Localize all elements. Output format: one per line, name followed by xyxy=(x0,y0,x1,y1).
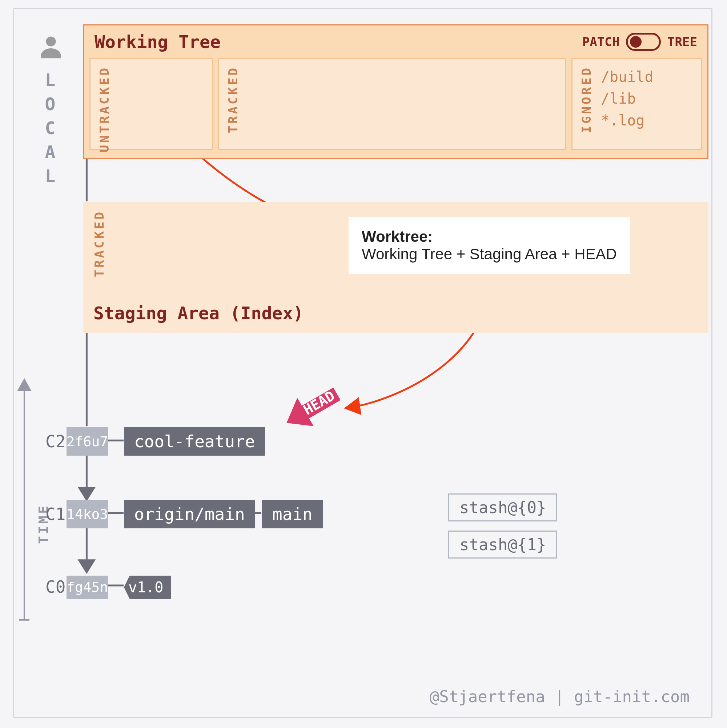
untracked-column: UNTRACKED xyxy=(89,58,213,150)
attribution: @Stjaertfena | git-init.com xyxy=(430,687,690,706)
staging-title: Staging Area (Index) xyxy=(93,303,304,323)
working-tree-header: Working Tree PATCH TREE xyxy=(84,26,707,58)
stash-entry[interactable]: stash@{0} xyxy=(448,494,557,522)
toggle-label-right: TREE xyxy=(667,35,697,49)
tag-ref[interactable]: v1.0 xyxy=(124,576,171,599)
untracked-label: UNTRACKED xyxy=(97,66,111,152)
staging-tracked-label: TRACKED xyxy=(92,210,107,277)
local-badge: L O C A L xyxy=(39,35,63,186)
ignored-column: IGNORED /build /lib *.log xyxy=(571,58,702,150)
tracked-label: TRACKED xyxy=(226,66,240,133)
ignored-item: /build xyxy=(601,66,654,88)
local-letters: L O C A L xyxy=(45,70,57,186)
ignored-item: *.log xyxy=(601,109,654,131)
commit-hash: 2f6u7 xyxy=(67,427,108,456)
tooltip-heading: Worktree: xyxy=(362,228,432,245)
commit-hash: fg45n xyxy=(67,576,108,599)
toggle-track[interactable] xyxy=(626,33,661,51)
branch-ref[interactable]: cool-feature xyxy=(124,427,265,456)
commit-label: C2 xyxy=(46,431,66,451)
tooltip-body: Working Tree + Staging Area + HEAD xyxy=(362,245,617,263)
commit-label: C1 xyxy=(46,505,66,524)
ignored-item: /lib xyxy=(601,88,654,109)
working-tree-panel: Working Tree PATCH TREE UNTRACKED TRACKE… xyxy=(83,24,709,159)
patch-tree-toggle[interactable]: PATCH TREE xyxy=(582,33,697,51)
branch-ref[interactable]: origin/main xyxy=(124,500,255,528)
diagram-canvas: L O C A L Working Tree PATCH TREE UNTRAC… xyxy=(13,8,712,718)
commit-label: C0 xyxy=(46,577,66,597)
working-tree-title: Working Tree xyxy=(95,32,221,52)
toggle-knob xyxy=(630,36,641,47)
worktree-tooltip: Worktree: Working Tree + Staging Area + … xyxy=(348,217,630,274)
commit-hash: 14ko3 xyxy=(67,500,108,528)
user-icon xyxy=(39,35,63,66)
head-pointer: HEAD xyxy=(269,383,348,437)
head-label: HEAD xyxy=(301,388,338,418)
stash-entry[interactable]: stash@{1} xyxy=(448,531,557,558)
tracked-column: TRACKED xyxy=(218,58,566,150)
ignored-list: /build /lib *.log xyxy=(601,66,654,131)
branch-ref[interactable]: main xyxy=(262,500,323,528)
ignored-label: IGNORED xyxy=(579,66,594,133)
toggle-label-left: PATCH xyxy=(582,35,619,49)
